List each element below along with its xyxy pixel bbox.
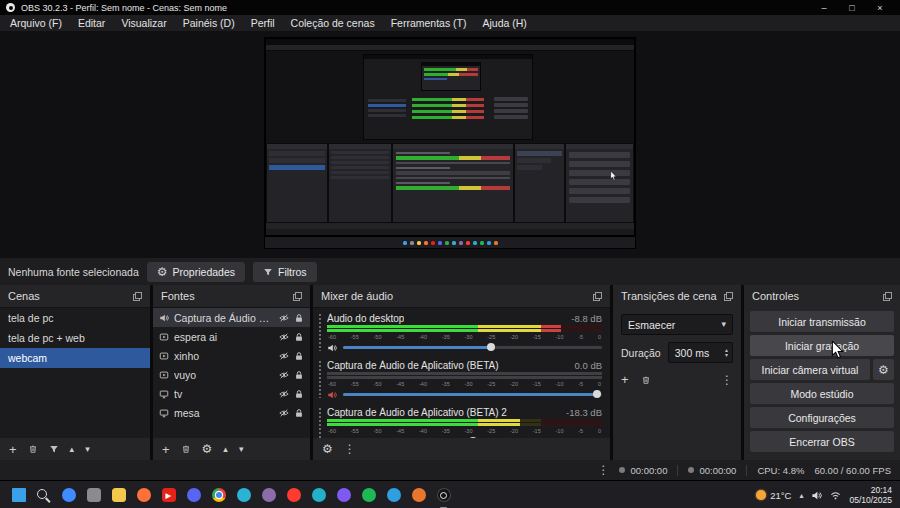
opera-icon[interactable] — [283, 485, 304, 506]
lock-icon[interactable] — [294, 370, 304, 380]
discord-icon[interactable] — [183, 485, 204, 506]
transition-select[interactable]: Esmaecer ▾ — [621, 314, 733, 335]
file-explorer-icon[interactable] — [108, 485, 129, 506]
scene-item[interactable]: tela de pc + web — [0, 328, 150, 348]
lock-icon[interactable] — [294, 313, 304, 323]
properties-button[interactable]: ⚙ Propriedades — [147, 262, 245, 282]
menu-ferramentas[interactable]: Ferramentas (T) — [383, 15, 475, 31]
drag-handle[interactable] — [318, 313, 322, 351]
scene-filters-button[interactable] — [49, 444, 59, 454]
lock-icon[interactable] — [294, 351, 304, 361]
status-menu-icon[interactable]: ⋮ — [597, 464, 609, 476]
spotify-icon[interactable] — [358, 485, 379, 506]
start-virtual-camera-button[interactable]: Iniciar câmera virtual — [750, 359, 870, 380]
controls-header[interactable]: Controles — [744, 285, 900, 307]
panel-float-icon[interactable] — [883, 292, 892, 301]
gimp-icon[interactable] — [258, 485, 279, 506]
spin-down-icon[interactable]: ▾ — [725, 353, 728, 358]
minimize-button[interactable]: – — [810, 0, 838, 15]
copilot-icon[interactable] — [58, 485, 79, 506]
source-item[interactable]: xinho — [153, 346, 310, 365]
mixer-menu-button[interactable]: ⋮ — [344, 443, 356, 455]
drag-handle[interactable] — [318, 407, 322, 438]
remove-source-button[interactable] — [181, 444, 191, 454]
firefox-icon[interactable] — [133, 485, 154, 506]
menu-paineis[interactable]: Painéis (D) — [175, 15, 243, 31]
mute-toggle-icon-muted[interactable] — [327, 390, 337, 400]
add-transition-button[interactable]: + — [621, 373, 629, 386]
network-icon[interactable] — [830, 490, 841, 501]
move-scene-down-button[interactable]: ▾ — [85, 445, 90, 454]
source-item[interactable]: Captura de Áudio de A — [153, 308, 310, 327]
lock-icon[interactable] — [294, 408, 304, 418]
move-source-up-button[interactable]: ▴ — [223, 445, 228, 454]
start-icon[interactable] — [8, 485, 29, 506]
source-item[interactable]: espera ai — [153, 327, 310, 346]
exit-obs-button[interactable]: Encerrar OBS — [750, 431, 894, 452]
filters-button[interactable]: Filtros — [253, 262, 317, 282]
transition-menu-button[interactable]: ⋮ — [721, 374, 733, 386]
menu-ajuda[interactable]: Ajuda (H) — [474, 15, 534, 31]
transitions-header[interactable]: Transições de cena — [613, 285, 741, 307]
duration-spinbox[interactable]: 300 ms ▴ ▾ — [668, 342, 733, 363]
menu-perfil[interactable]: Perfil — [243, 15, 283, 31]
telegram-icon[interactable] — [383, 485, 404, 506]
visibility-icon[interactable] — [279, 408, 289, 418]
scene-item-selected[interactable]: webcam — [0, 348, 150, 368]
paint-icon[interactable] — [408, 485, 429, 506]
advanced-audio-button[interactable]: ⚙ — [322, 443, 333, 455]
add-scene-button[interactable]: + — [9, 443, 17, 456]
maximize-button[interactable]: □ — [838, 0, 866, 15]
virtual-camera-settings-button[interactable]: ⚙ — [873, 359, 894, 380]
lock-icon[interactable] — [294, 389, 304, 399]
menu-visualizar[interactable]: Visualizar — [113, 15, 174, 31]
obs-icon[interactable] — [433, 485, 454, 506]
menu-arquivo[interactable]: Arquivo (F) — [2, 15, 70, 31]
visibility-icon[interactable] — [279, 332, 289, 342]
viber-icon[interactable] — [333, 485, 354, 506]
close-button[interactable]: × — [866, 0, 894, 15]
tray-chevron-up-icon[interactable]: ▴ — [799, 491, 803, 500]
mute-toggle-icon[interactable] — [327, 343, 337, 353]
move-scene-up-button[interactable]: ▴ — [70, 445, 75, 454]
drag-handle[interactable] — [318, 360, 322, 398]
visibility-icon[interactable] — [279, 389, 289, 399]
youtube-icon[interactable]: ▶ — [158, 485, 179, 506]
volume-slider[interactable] — [343, 390, 602, 399]
panel-float-icon[interactable] — [593, 292, 602, 301]
studio-mode-button[interactable]: Modo estúdio — [750, 383, 894, 404]
scenes-header[interactable]: Cenas — [0, 285, 150, 307]
volume-icon[interactable] — [811, 490, 822, 501]
weather-widget[interactable]: 21°C — [756, 490, 791, 501]
source-properties-button[interactable]: ⚙ — [202, 443, 213, 455]
edge-icon[interactable] — [233, 485, 254, 506]
search-icon[interactable] — [33, 485, 54, 506]
mixer-header[interactable]: Mixer de áudio — [313, 285, 610, 307]
panel-float-icon[interactable] — [133, 292, 142, 301]
scene-item[interactable]: tela de pc — [0, 308, 150, 328]
move-source-down-button[interactable]: ▾ — [239, 445, 244, 454]
panel-float-icon[interactable] — [724, 292, 733, 301]
chrome-icon[interactable] — [208, 485, 229, 506]
start-recording-button[interactable]: Iniciar gravação — [750, 335, 894, 356]
visibility-icon[interactable] — [279, 313, 289, 323]
source-item[interactable]: mesa — [153, 403, 310, 422]
panel-float-icon[interactable] — [293, 292, 302, 301]
add-source-button[interactable]: + — [162, 443, 170, 456]
menu-editar[interactable]: Editar — [70, 15, 113, 31]
source-item[interactable]: vuyo — [153, 365, 310, 384]
volume-slider[interactable] — [343, 437, 602, 438]
visibility-icon[interactable] — [279, 370, 289, 380]
titlebar[interactable]: OBS 30.2.3 - Perfil: Sem nome - Cenas: S… — [0, 0, 900, 15]
creative-cloud-icon[interactable] — [308, 485, 329, 506]
remove-scene-button[interactable] — [28, 444, 38, 454]
visibility-icon[interactable] — [279, 351, 289, 361]
preview-canvas[interactable] — [265, 38, 635, 248]
menu-colecao-de-cenas[interactable]: Coleção de cenas — [283, 15, 383, 31]
clock[interactable]: 20:14 05/10/2025 — [849, 485, 892, 505]
start-streaming-button[interactable]: Iniciar transmissão — [750, 311, 894, 332]
volume-slider[interactable] — [343, 343, 602, 352]
task-view-icon[interactable] — [83, 485, 104, 506]
remove-transition-button[interactable] — [641, 375, 651, 385]
sources-header[interactable]: Fontes — [153, 285, 310, 307]
